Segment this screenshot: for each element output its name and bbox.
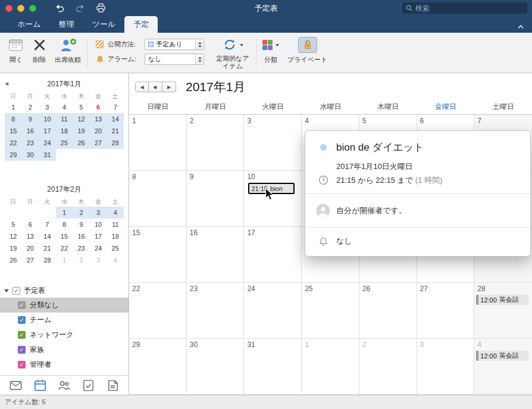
day-cell[interactable]: 15: [129, 227, 187, 283]
notes-icon[interactable]: [105, 377, 121, 393]
day-cell[interactable]: 29: [129, 339, 187, 395]
mini-calendar-day[interactable]: 2: [73, 254, 90, 266]
zoom-window-button[interactable]: [29, 5, 36, 12]
mini-calendar-day[interactable]: 19: [5, 242, 22, 254]
day-cell[interactable]: 2: [359, 339, 417, 395]
mini-calendar-day[interactable]: 18: [107, 230, 124, 242]
calendar-color-checkbox[interactable]: ✓: [18, 346, 26, 354]
mini-calendar-day[interactable]: 2: [73, 207, 90, 218]
mini-calendar-day[interactable]: 27: [22, 254, 39, 266]
mini-calendar-day[interactable]: 6: [90, 101, 107, 113]
disclosure-triangle-icon[interactable]: [4, 289, 9, 292]
mini-calendar-day[interactable]: 2: [22, 101, 39, 113]
day-cell[interactable]: 1: [129, 115, 187, 171]
mini-calendar-day[interactable]: 4: [107, 207, 124, 218]
mini-calendar-day[interactable]: 9: [73, 218, 90, 230]
day-cell[interactable]: 9: [187, 171, 245, 227]
mini-calendar-day[interactable]: 28: [107, 137, 124, 149]
mini-calendar-day[interactable]: 1: [56, 207, 73, 218]
private-button[interactable]: プライベート: [283, 35, 331, 71]
contacts-icon[interactable]: [57, 377, 72, 393]
day-cell[interactable]: 16: [187, 227, 245, 283]
mini-calendar-day[interactable]: 6: [22, 218, 39, 230]
mini-calendar-day[interactable]: 5: [73, 101, 90, 113]
day-cell[interactable]: 3: [244, 115, 302, 171]
mini-calendar-day[interactable]: 31: [39, 149, 56, 161]
mini-calendar-day[interactable]: 3: [39, 101, 56, 113]
group-checkbox[interactable]: ✓: [12, 287, 20, 295]
mini-calendar-day[interactable]: 24: [39, 137, 56, 149]
day-cell[interactable]: 30: [187, 339, 245, 395]
mini-calendar-day[interactable]: 22: [56, 242, 73, 254]
calendar-list-item[interactable]: ✓ネットワーク: [0, 327, 129, 342]
day-cell[interactable]: 22: [129, 283, 187, 339]
mini-calendar-day[interactable]: 23: [73, 242, 90, 254]
calendar-group-row[interactable]: ✓ 予定表: [0, 284, 129, 298]
mini-calendar-day[interactable]: 13: [22, 230, 39, 242]
mail-icon[interactable]: [8, 377, 23, 393]
close-window-button[interactable]: [5, 5, 12, 12]
day-cell[interactable]: 23: [187, 283, 245, 339]
mini-calendar-day[interactable]: 29: [5, 149, 22, 161]
stepper-icon[interactable]: [195, 39, 204, 49]
mini-calendar-day[interactable]: 11: [56, 113, 73, 125]
mini-calendar-day[interactable]: 8: [56, 218, 73, 230]
calendar-color-checkbox[interactable]: ✓: [18, 316, 26, 324]
event-chip[interactable]: 12:00英会話: [476, 295, 528, 305]
day-cell[interactable]: 2812:00英会話: [474, 283, 532, 339]
calendar-color-checkbox[interactable]: ✓: [18, 361, 26, 369]
mini-calendar-day[interactable]: 16: [73, 230, 90, 242]
search-input[interactable]: [415, 4, 524, 13]
day-cell[interactable]: 1: [302, 339, 359, 395]
mini-calendar-day[interactable]: 23: [22, 137, 39, 149]
mini-calendar-day[interactable]: 3: [90, 207, 107, 218]
ribbon-tab-1[interactable]: ホーム: [8, 16, 50, 33]
next-month-button[interactable]: ▶: [162, 82, 176, 92]
redo-icon[interactable]: [75, 4, 86, 13]
mini-calendar-day[interactable]: 5: [5, 218, 22, 230]
tasks-icon[interactable]: [81, 377, 96, 393]
mini-calendar-day[interactable]: 17: [39, 125, 56, 137]
mini-calendar-day[interactable]: 21: [107, 125, 124, 137]
mini-calendar-day[interactable]: 7: [39, 218, 56, 230]
event-chip[interactable]: 12:00英会話: [476, 351, 528, 361]
mini-calendar-day[interactable]: 10: [39, 113, 56, 125]
mini-calendar-day[interactable]: 26: [5, 254, 22, 266]
mini-calendar-day[interactable]: 16: [22, 125, 39, 137]
mini-calendar-day[interactable]: 8: [5, 113, 22, 125]
minimize-window-button[interactable]: [17, 5, 24, 12]
mini-calendar-day[interactable]: 22: [5, 137, 22, 149]
mini-calendar-day[interactable]: 11: [107, 218, 124, 230]
open-button[interactable]: 開く: [4, 35, 29, 71]
collapse-ribbon-icon[interactable]: [517, 21, 524, 32]
undo-icon[interactable]: [54, 4, 65, 13]
prev-month-arrow-icon[interactable]: ◀: [5, 78, 8, 90]
day-cell[interactable]: 27: [417, 283, 475, 339]
mini-calendar-day[interactable]: 12: [5, 230, 22, 242]
delete-button[interactable]: 削除: [29, 35, 51, 71]
mini-calendar-day[interactable]: 1: [5, 101, 22, 113]
mini-calendar-day[interactable]: 25: [56, 137, 73, 149]
mini-calendar-day[interactable]: 19: [73, 125, 90, 137]
invite-attendees-button[interactable]: 出席依頼: [51, 35, 85, 71]
mini-calendar-day[interactable]: 3: [90, 254, 107, 266]
calendar-color-checkbox[interactable]: ✓: [18, 331, 26, 339]
show-as-dropdown[interactable]: 予定あり: [145, 39, 204, 50]
reminder-dropdown[interactable]: なし: [145, 54, 204, 65]
ribbon-tab-2[interactable]: 整理: [50, 16, 83, 33]
day-cell[interactable]: 25: [302, 283, 359, 339]
mini-calendar-day[interactable]: 9: [22, 113, 39, 125]
mini-calendar-day[interactable]: 20: [22, 242, 39, 254]
day-cell[interactable]: 31: [244, 339, 302, 395]
day-cell[interactable]: 412:00英会話: [474, 339, 532, 395]
mini-calendar-day[interactable]: 4: [107, 254, 124, 266]
mini-calendar-day[interactable]: 13: [90, 113, 107, 125]
mini-calendar-day[interactable]: 25: [107, 242, 124, 254]
mini-calendar-day[interactable]: 10: [90, 218, 107, 230]
search-box[interactable]: [402, 2, 527, 14]
mini-calendar-day[interactable]: 18: [56, 125, 73, 137]
calendar-list-item[interactable]: ✓チーム: [0, 313, 129, 327]
mini-calendar-day[interactable]: 1: [56, 254, 73, 266]
calendar-icon[interactable]: [32, 377, 48, 393]
previous-month-button[interactable]: ◀: [135, 82, 149, 92]
